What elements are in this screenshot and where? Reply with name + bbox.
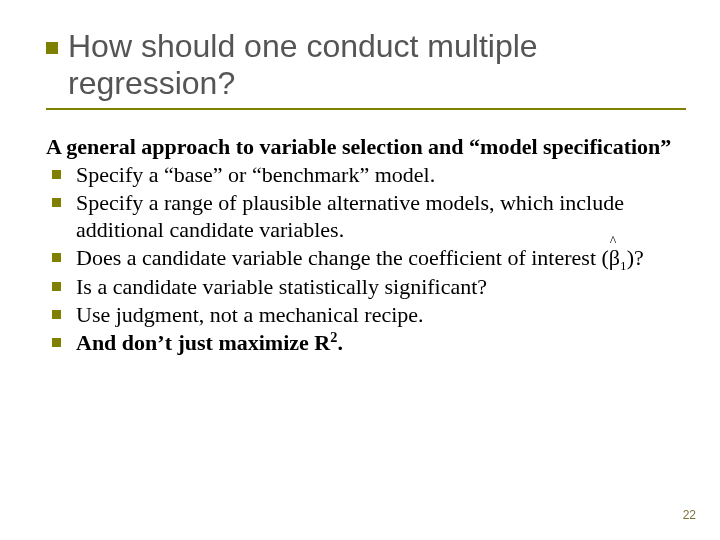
list-text-prefix: Does a candidate variable change the coe… bbox=[76, 245, 609, 270]
list-text-bold: And don’t just maximize R2. bbox=[76, 330, 343, 355]
r2-prefix: And don’t just maximize R bbox=[76, 330, 330, 355]
bullet-list: Specify a “base” or “benchmark” model. S… bbox=[46, 162, 680, 357]
beta-hat-symbol: ^β1 bbox=[609, 245, 627, 271]
list-text: Use judgment, not a mechanical recipe. bbox=[76, 302, 424, 327]
list-text-suffix: )? bbox=[627, 245, 644, 270]
list-item: And don’t just maximize R2. bbox=[46, 330, 680, 356]
hat-icon: ^ bbox=[610, 234, 617, 251]
title-block: How should one conduct multiple regressi… bbox=[46, 28, 680, 110]
r2-suffix: . bbox=[337, 330, 343, 355]
slide-title: How should one conduct multiple regressi… bbox=[68, 28, 668, 102]
list-item: Specify a range of plausible alternative… bbox=[46, 190, 680, 243]
beta-subscript: 1 bbox=[620, 259, 627, 274]
list-item: Is a candidate variable statistically si… bbox=[46, 274, 680, 300]
square-bullet-icon bbox=[46, 42, 58, 54]
list-text: Specify a range of plausible alternative… bbox=[76, 190, 624, 241]
lead-paragraph: A general approach to variable selection… bbox=[46, 134, 680, 160]
list-item: Does a candidate variable change the coe… bbox=[46, 245, 680, 271]
body-content: A general approach to variable selection… bbox=[46, 134, 680, 357]
list-text: Is a candidate variable statistically si… bbox=[76, 274, 487, 299]
list-text: Specify a “base” or “benchmark” model. bbox=[76, 162, 435, 187]
page-number: 22 bbox=[683, 508, 696, 522]
slide: How should one conduct multiple regressi… bbox=[0, 0, 720, 540]
list-item: Specify a “base” or “benchmark” model. bbox=[46, 162, 680, 188]
title-underline bbox=[46, 108, 686, 110]
list-item: Use judgment, not a mechanical recipe. bbox=[46, 302, 680, 328]
